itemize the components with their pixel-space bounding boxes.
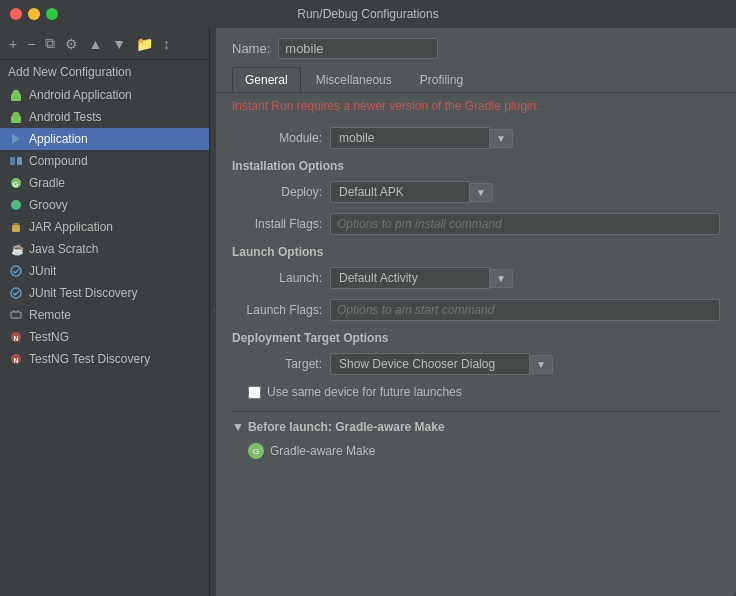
launch-select-arrow[interactable]: ▼ — [490, 269, 513, 288]
sidebar-label-junit-test-discovery: JUnit Test Discovery — [29, 286, 137, 300]
install-flags-input[interactable] — [331, 214, 719, 234]
sidebar-icon-testng-test-discovery: N — [8, 351, 24, 367]
sidebar-icon-compound — [8, 153, 24, 169]
sidebar: + − ⧉ ⚙ ▲ ▼ 📁 ↕ Add New Configuration An… — [0, 28, 210, 596]
sidebar-icon-junit — [8, 263, 24, 279]
add-config-button[interactable]: + — [6, 34, 20, 54]
move-down-button[interactable]: ▼ — [109, 34, 129, 54]
sidebar-label-testng: TestNG — [29, 330, 69, 344]
before-launch-header[interactable]: ▼ Before launch: Gradle-aware Make — [232, 420, 720, 434]
tab-miscellaneous[interactable]: Miscellaneous — [303, 67, 405, 92]
sidebar-icon-junit-test-discovery — [8, 285, 24, 301]
sidebar-label-jar-application: JAR Application — [29, 220, 113, 234]
deployment-target-title: Deployment Target Options — [232, 331, 720, 345]
sidebar-icon-remote — [8, 307, 24, 323]
window-controls — [10, 8, 58, 20]
folder-button[interactable]: 📁 — [133, 34, 156, 54]
tab-profiling[interactable]: Profiling — [407, 67, 476, 92]
target-select-wrapper: Show Device Chooser Dialog USB Device Em… — [330, 353, 553, 375]
sidebar-item-java-scratch[interactable]: ☕Java Scratch — [0, 238, 209, 260]
settings-button[interactable]: ⚙ — [62, 34, 81, 54]
deploy-row: Deploy: Default APK Nothing ▼ — [232, 181, 720, 203]
sidebar-icon-groovy — [8, 197, 24, 213]
svg-rect-4 — [11, 116, 21, 123]
deploy-select[interactable]: Default APK Nothing — [330, 181, 470, 203]
svg-text:N: N — [14, 335, 19, 342]
close-button[interactable] — [10, 8, 22, 20]
launch-flags-row: Launch Flags: — [232, 299, 720, 321]
copy-config-button[interactable]: ⧉ — [42, 33, 58, 54]
name-input[interactable] — [278, 38, 438, 59]
gradle-icon: G — [248, 443, 264, 459]
sidebar-item-application[interactable]: Application — [0, 128, 209, 150]
sidebar-label-gradle: Gradle — [29, 176, 65, 190]
sidebar-item-compound[interactable]: Compound — [0, 150, 209, 172]
sidebar-item-junit[interactable]: JUnit — [0, 260, 209, 282]
before-launch-toggle-icon: ▼ — [232, 420, 244, 434]
sidebar-item-gradle[interactable]: GGradle — [0, 172, 209, 194]
launch-flags-wrapper — [330, 299, 720, 321]
svg-text:G: G — [13, 181, 19, 188]
svg-rect-10 — [17, 157, 22, 165]
svg-rect-9 — [10, 157, 15, 165]
installation-options-title: Installation Options — [232, 159, 720, 173]
module-select-wrapper: mobile ▼ — [330, 127, 513, 149]
sidebar-item-android-application[interactable]: Android Application — [0, 84, 209, 106]
sidebar-item-jar-application[interactable]: JAR Application — [0, 216, 209, 238]
module-label: Module: — [232, 131, 322, 145]
tab-general[interactable]: General — [232, 67, 301, 92]
sidebar-item-testng[interactable]: NTestNG — [0, 326, 209, 348]
install-flags-wrapper — [330, 213, 720, 235]
launch-label: Launch: — [232, 271, 322, 285]
gradle-aware-make-item[interactable]: G Gradle-aware Make — [232, 440, 720, 462]
sidebar-icon-testng: N — [8, 329, 24, 345]
svg-rect-3 — [13, 90, 19, 94]
deploy-select-arrow[interactable]: ▼ — [470, 183, 493, 202]
svg-rect-0 — [11, 94, 21, 101]
minimize-button[interactable] — [28, 8, 40, 20]
deploy-select-wrapper: Default APK Nothing ▼ — [330, 181, 493, 203]
svg-rect-15 — [13, 223, 19, 226]
sidebar-item-junit-test-discovery[interactable]: JUnit Test Discovery — [0, 282, 209, 304]
module-select[interactable]: mobile — [330, 127, 490, 149]
target-select[interactable]: Show Device Chooser Dialog USB Device Em… — [330, 353, 530, 375]
before-launch-title: Before launch: Gradle-aware Make — [248, 420, 445, 434]
sidebar-label-android-tests: Android Tests — [29, 110, 102, 124]
target-row: Target: Show Device Chooser Dialog USB D… — [232, 353, 720, 375]
module-select-arrow[interactable]: ▼ — [490, 129, 513, 148]
sidebar-item-testng-test-discovery[interactable]: NTestNG Test Discovery — [0, 348, 209, 370]
svg-text:N: N — [14, 357, 19, 364]
target-select-arrow[interactable]: ▼ — [530, 355, 553, 374]
launch-flags-input[interactable] — [331, 300, 719, 320]
right-panel: Name: General Miscellaneous Profiling In… — [216, 28, 736, 596]
sidebar-label-application: Application — [29, 132, 88, 146]
launch-select[interactable]: Default Activity Nothing Specified Activ… — [330, 267, 490, 289]
sidebar-icon-android-tests — [8, 109, 24, 125]
svg-rect-19 — [11, 312, 21, 318]
instant-run-notice: Instant Run requires a newer version of … — [216, 93, 736, 119]
target-label: Target: — [232, 357, 322, 371]
install-flags-row: Install Flags: — [232, 213, 720, 235]
use-same-device-checkbox[interactable] — [248, 386, 261, 399]
launch-select-wrapper: Default Activity Nothing Specified Activ… — [330, 267, 513, 289]
sidebar-item-groovy[interactable]: Groovy — [0, 194, 209, 216]
tabs-row: General Miscellaneous Profiling — [216, 67, 736, 93]
sidebar-icon-jar-application — [8, 219, 24, 235]
main-content: + − ⧉ ⚙ ▲ ▼ 📁 ↕ Add New Configuration An… — [0, 28, 736, 596]
sidebar-label-remote: Remote — [29, 308, 71, 322]
launch-flags-label: Launch Flags: — [232, 303, 322, 317]
window-title: Run/Debug Configurations — [297, 7, 438, 21]
name-label: Name: — [232, 41, 270, 56]
launch-row: Launch: Default Activity Nothing Specifi… — [232, 267, 720, 289]
sidebar-label-groovy: Groovy — [29, 198, 68, 212]
remove-config-button[interactable]: − — [24, 34, 38, 54]
svg-text:☕: ☕ — [11, 242, 23, 256]
sort-button[interactable]: ↕ — [160, 34, 173, 54]
sidebar-icon-android-application — [8, 87, 24, 103]
move-up-button[interactable]: ▲ — [85, 34, 105, 54]
sidebar-item-remote[interactable]: Remote — [0, 304, 209, 326]
sidebar-icon-java-scratch: ☕ — [8, 241, 24, 257]
maximize-button[interactable] — [46, 8, 58, 20]
sidebar-item-android-tests[interactable]: Android Tests — [0, 106, 209, 128]
sidebar-toolbar: + − ⧉ ⚙ ▲ ▼ 📁 ↕ — [0, 28, 209, 60]
